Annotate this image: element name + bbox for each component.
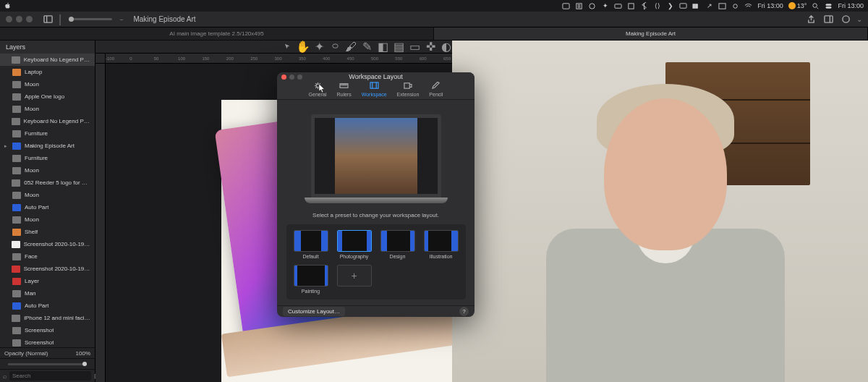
status-icon[interactable] xyxy=(614,2,622,10)
tool-icon[interactable]: ◐ xyxy=(442,43,451,51)
svg-rect-13 xyxy=(43,16,51,22)
customize-layout-button[interactable]: Customize Layout… xyxy=(283,307,345,316)
dialog-tab-rulers[interactable]: Rulers xyxy=(336,82,351,97)
status-icon[interactable] xyxy=(627,2,635,10)
display-icon[interactable] xyxy=(679,2,687,10)
preset-design[interactable]: Design xyxy=(379,230,417,259)
status-icon[interactable] xyxy=(718,2,726,10)
layer-opacity-row[interactable]: Opacity (Normal) 100% xyxy=(0,347,95,358)
layer-row[interactable]: Shelf xyxy=(0,226,95,238)
layer-row[interactable]: Layer xyxy=(0,275,95,287)
layer-row[interactable]: Auto Part xyxy=(0,201,95,213)
fill-tool-icon[interactable]: ◧ xyxy=(378,43,387,51)
brush-tool-icon[interactable]: 🖌 xyxy=(346,43,355,51)
layer-row[interactable]: Moon xyxy=(0,213,95,226)
panel-toggle-icon[interactable] xyxy=(822,14,835,25)
layer-thumb xyxy=(12,302,21,310)
svg-rect-4 xyxy=(629,3,634,8)
window-traffic-lights[interactable] xyxy=(6,16,33,22)
preset-illustration[interactable]: Illustration xyxy=(422,230,460,259)
window-toolbar: | − Making Episode Art ⌄ xyxy=(0,12,868,27)
shape-tool-icon[interactable]: ▭ xyxy=(410,43,419,51)
menubar-clock[interactable]: Fri 13:00 xyxy=(757,2,783,9)
layer-row[interactable]: Screenshot 2020-10-19 at 13.0… xyxy=(0,238,95,250)
status-icon[interactable] xyxy=(731,2,739,10)
help-icon[interactable] xyxy=(839,14,852,25)
dialog-tab-workspace[interactable]: Workspace xyxy=(362,82,387,97)
menubar-time[interactable]: Fri 13:00 xyxy=(838,2,864,9)
layer-row[interactable]: Moon xyxy=(0,164,95,177)
layer-row[interactable]: Moon xyxy=(0,189,95,201)
chevron-down-icon[interactable]: ⌄ xyxy=(856,15,862,23)
layer-row[interactable]: Screenshot xyxy=(0,336,95,347)
layer-row[interactable]: Apple One logo xyxy=(0,90,95,103)
document-tab[interactable]: Making Episode Art xyxy=(434,27,868,40)
status-icon[interactable]: ✦ xyxy=(601,2,609,10)
layer-row[interactable]: Furniture xyxy=(0,152,95,164)
layer-row[interactable]: Laptop xyxy=(0,66,95,78)
layer-row[interactable]: Furniture xyxy=(0,127,95,140)
status-icon[interactable]: ↗ xyxy=(705,2,713,10)
bluetooth-icon[interactable] xyxy=(640,2,648,10)
dialog-traffic-lights[interactable] xyxy=(281,75,302,80)
layers-list[interactable]: Keyboard No Legend Paint CopyLaptopMoonA… xyxy=(0,54,95,347)
preset-label: Default xyxy=(302,254,318,259)
layer-row[interactable]: Screenshot xyxy=(0,324,95,336)
zoom-slider[interactable] xyxy=(69,18,112,20)
status-icon[interactable] xyxy=(562,2,570,10)
layer-row[interactable]: 052 Reeder 5 logo for artwork xyxy=(0,177,95,189)
ruler-vertical[interactable] xyxy=(95,64,106,382)
presenter-webcam-overlay xyxy=(452,41,868,382)
ruler-tick: 600 xyxy=(420,56,443,61)
control-center-icon[interactable] xyxy=(825,2,833,10)
layer-row[interactable]: Auto Part xyxy=(0,300,95,312)
preset-label: Design xyxy=(390,254,406,259)
workspace-preview xyxy=(311,114,441,198)
layers-search-input[interactable] xyxy=(9,371,91,381)
apple-logo-icon[interactable] xyxy=(4,2,12,9)
layer-row[interactable]: ▸Making Episode Art xyxy=(0,140,95,152)
tool-icon[interactable]: ✜ xyxy=(426,43,435,51)
maximize-icon[interactable] xyxy=(297,75,302,80)
sidebar-toggle-icon[interactable] xyxy=(41,14,54,25)
ruler-icon xyxy=(339,82,349,90)
sparkle-tool-icon[interactable]: ✦ xyxy=(315,43,323,51)
pen-tool-icon[interactable]: ✎ xyxy=(362,43,371,51)
status-icon[interactable] xyxy=(692,2,700,10)
preset-add[interactable]: + xyxy=(336,265,373,294)
spotlight-icon[interactable] xyxy=(812,2,820,10)
layer-row[interactable]: Moon xyxy=(0,103,95,115)
wifi-icon[interactable] xyxy=(744,2,752,10)
dialog-tab-extension[interactable]: Extension xyxy=(397,82,420,97)
status-icon[interactable] xyxy=(575,2,583,10)
dialog-titlebar[interactable]: Workspace Layout xyxy=(277,72,475,82)
status-icon[interactable] xyxy=(588,2,596,10)
dialog-tab-pencil[interactable]: Pencil xyxy=(429,82,443,97)
layer-row[interactable]: Screenshot 2020-10-19 at 13.0… xyxy=(0,263,95,275)
chevron-right-icon[interactable]: ❯ xyxy=(666,2,674,10)
preset-photography[interactable]: Photography xyxy=(336,230,373,259)
expand-icon[interactable]: ▸ xyxy=(4,143,9,149)
weather-widget[interactable]: 13° xyxy=(788,2,807,9)
preset-painting[interactable]: Painting xyxy=(292,265,330,294)
hand-tool-icon[interactable]: ✋ xyxy=(299,43,307,51)
layer-row[interactable]: Keyboard No Legend Paint Cop… xyxy=(0,115,95,127)
layer-row[interactable]: iPhone 12 and mini facing left xyxy=(0,312,95,324)
gradient-tool-icon[interactable]: ▤ xyxy=(394,43,403,51)
pointer-tool-icon[interactable] xyxy=(283,43,292,51)
preset-default[interactable]: Default xyxy=(292,230,330,259)
workspace-layout-dialog: Workspace Layout GeneralRulersWorkspaceE… xyxy=(277,72,475,317)
help-button[interactable]: ? xyxy=(459,307,469,316)
share-icon[interactable] xyxy=(804,14,817,25)
lasso-tool-icon[interactable] xyxy=(331,43,339,51)
layer-row[interactable]: Face xyxy=(0,250,95,263)
close-icon[interactable] xyxy=(281,75,286,80)
zoom-out-icon[interactable]: − xyxy=(119,16,123,23)
layer-row[interactable]: Moon xyxy=(0,78,95,90)
status-icon[interactable]: ⟨⟩ xyxy=(653,2,661,10)
layer-row[interactable]: Keyboard No Legend Paint Copy xyxy=(0,54,95,66)
opacity-slider-row[interactable] xyxy=(0,358,95,369)
minimize-icon[interactable] xyxy=(289,75,294,80)
document-tab[interactable]: AI main image template 2.5/120x495 xyxy=(0,27,434,40)
layer-row[interactable]: Man xyxy=(0,287,95,300)
